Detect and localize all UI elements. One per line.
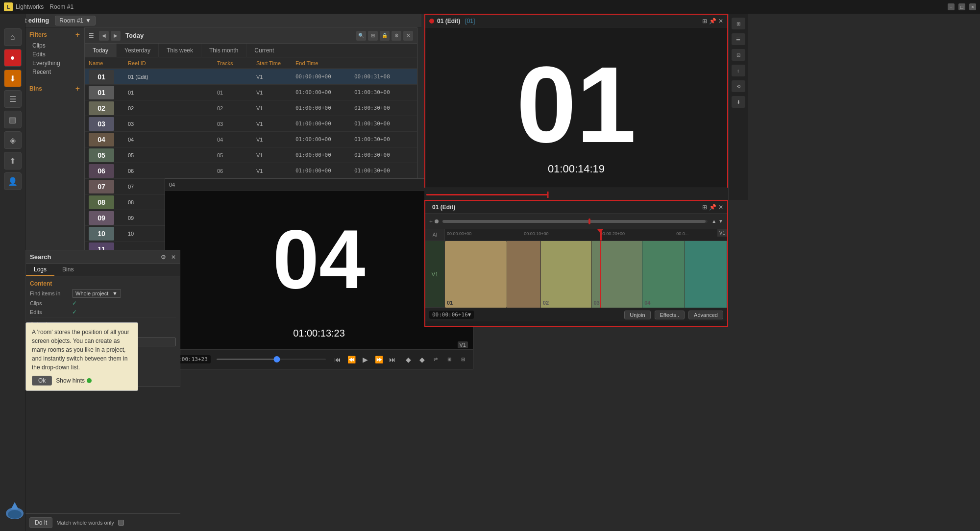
effects-button[interactable]: Effects.. (655, 311, 685, 319)
monitor-ctrl-5[interactable]: ⟲ (732, 80, 745, 92)
import-button[interactable]: ⬇ (4, 70, 22, 87)
search-tab-logs[interactable]: Logs (26, 264, 54, 276)
match-whole-words-checkbox[interactable] (118, 520, 124, 526)
close-today-button[interactable]: ✕ (403, 31, 413, 41)
table-row[interactable]: 060606V101:00:00+0001:00:30+00 (85, 163, 417, 179)
room-selector[interactable]: Room #1 ▼ (55, 16, 96, 25)
advanced-button[interactable]: Advanced (688, 311, 723, 319)
lock-button[interactable]: 🔒 (380, 31, 390, 41)
filters-add-button[interactable]: + (75, 30, 80, 39)
clip-01[interactable]: 01 (445, 241, 507, 308)
search-tab-bins[interactable]: Bins (54, 264, 81, 276)
filter-everything[interactable]: Everything (29, 59, 80, 68)
edits-check[interactable]: ✓ (72, 309, 77, 315)
table-row[interactable]: 010101V101:00:00+0001:00:30+00 (85, 85, 417, 100)
step-back-button[interactable]: ⏪ (345, 354, 357, 365)
nav-forward-button[interactable]: ▶ (111, 31, 121, 41)
clip-name: 01 (Edit) (128, 74, 217, 80)
mark-out-button[interactable]: ◆ (416, 354, 428, 365)
timeline-zoom-in[interactable]: ▲ (711, 218, 716, 224)
timeline-pin-button[interactable]: 📌 (709, 204, 716, 211)
clip-05[interactable] (685, 241, 727, 308)
tab-this-month[interactable]: This month (201, 44, 246, 57)
monitor-ctrl-1[interactable]: ⊞ (732, 18, 745, 29)
ruler-mark-1: 00:00:10+00 (524, 231, 548, 236)
preview-scrubbar[interactable] (217, 359, 326, 360)
timeline-zoom-plus[interactable]: + (429, 218, 433, 225)
multi-cam-button[interactable]: ⊞ (443, 354, 455, 365)
go-start-button[interactable]: ⏮ (332, 354, 343, 365)
monitor-close-button[interactable]: ✕ (718, 18, 723, 24)
go-end-button[interactable]: ⏭ (387, 354, 398, 365)
search-button[interactable]: 🔍 (356, 31, 366, 41)
step-forward-button[interactable]: ⏩ (373, 354, 385, 365)
view-button[interactable]: ⊟ (457, 354, 469, 365)
loop-button[interactable]: ⇌ (430, 354, 441, 365)
tab-today[interactable]: Today (85, 44, 117, 57)
start-time-cell: 01:00:00+00 (295, 89, 354, 96)
grid-view-button[interactable]: ⊞ (368, 31, 378, 41)
timeline-zoom-out[interactable]: ▼ (718, 218, 723, 224)
do-it-button[interactable]: Do It (29, 517, 52, 528)
reel-id-cell: 03 (217, 121, 256, 127)
bins-add-button[interactable]: + (75, 84, 80, 93)
settings-button[interactable]: ⚙ (392, 31, 401, 41)
clips-button[interactable]: ☰ (4, 90, 22, 108)
search-settings-button[interactable]: ⚙ (161, 254, 166, 261)
export-button[interactable]: ⬆ (4, 152, 22, 169)
people-button[interactable]: 👤 (4, 172, 22, 190)
table-row[interactable]: 040404V101:00:00+0001:00:30+00 (85, 132, 417, 147)
monitor-ctrl-6[interactable]: ⬇ (732, 96, 745, 108)
monitor-scrubbar[interactable] (426, 194, 548, 195)
clip-04[interactable]: 04 (642, 241, 685, 308)
monitor-expand-button[interactable]: ⊞ (702, 18, 707, 24)
timeline-expand-button[interactable]: ⊞ (702, 204, 707, 211)
nav-back-button[interactable]: ◀ (99, 31, 109, 41)
record-button[interactable]: ● (4, 49, 22, 67)
monitor-right-controls: ⊞ ☰ ⊡ ↕ ⟲ ⬇ (728, 14, 748, 200)
preview-position-marker[interactable] (273, 356, 280, 362)
timeline-scroll-thumb[interactable] (442, 220, 706, 223)
monitor-pin-button[interactable]: 📌 (709, 18, 716, 24)
clip-name: 06 (128, 168, 217, 174)
clip-02[interactable]: 02 (541, 241, 592, 308)
monitor-ctrl-4[interactable]: ↕ (732, 65, 745, 76)
search-close-button[interactable]: ✕ (171, 254, 176, 261)
match-whole-words-label: Match whole words only (56, 520, 114, 526)
fx-button[interactable]: ◈ (4, 131, 22, 149)
monitor-ctrl-3[interactable]: ⊡ (732, 49, 745, 61)
filter-recent[interactable]: Recent (29, 68, 80, 76)
minimize-button[interactable]: − (948, 3, 955, 10)
tl-v1-badge: V1 (717, 229, 727, 237)
unjoin-button[interactable]: Unjoin (624, 311, 650, 319)
hamburger-menu[interactable]: ☰ (89, 32, 94, 39)
find-items-dropdown[interactable]: Whole project ▼ (72, 289, 121, 298)
clip-1b[interactable] (507, 241, 541, 308)
table-row[interactable]: 030303V101:00:00+0001:00:30+00 (85, 116, 417, 132)
tab-this-week[interactable]: This week (159, 44, 201, 57)
table-row[interactable]: 020202V101:00:00+0001:00:30+00 (85, 100, 417, 116)
timeline-zoom-btn[interactable] (435, 219, 439, 223)
play-button[interactable]: ▶ (359, 354, 371, 365)
monitor-ctrl-2[interactable]: ☰ (732, 33, 745, 45)
start-time-cell: 01:00:00+00 (295, 105, 354, 111)
tracks-cell: V1 (256, 152, 295, 158)
edit-button[interactable]: ▤ (4, 111, 22, 128)
close-button[interactable]: × (969, 3, 976, 10)
filter-edits[interactable]: Edits (29, 50, 80, 59)
filter-clips[interactable]: Clips (29, 41, 80, 50)
mark-in-button[interactable]: ◆ (402, 354, 414, 365)
table-row[interactable]: 0101 (Edit)V100:00:00+0000:00:31+08 (85, 69, 417, 85)
timeline-scrollbar[interactable] (442, 220, 708, 223)
clip-03[interactable]: 03 (592, 241, 643, 308)
track-labels: AI V1 (425, 229, 445, 308)
ruler-mark-0: 00:00:00+00 (447, 231, 471, 236)
home-tool-button[interactable]: ⌂ (4, 28, 22, 46)
table-row[interactable]: 050505V101:00:00+0001:00:30+00 (85, 147, 417, 163)
tab-current[interactable]: Current (246, 44, 282, 57)
tab-yesterday[interactable]: Yesterday (117, 44, 159, 57)
maximize-button[interactable]: □ (958, 3, 965, 10)
clips-check[interactable]: ✓ (72, 300, 77, 307)
tooltip-ok-button[interactable]: Ok (32, 376, 52, 386)
timeline-close-button[interactable]: ✕ (718, 204, 723, 211)
